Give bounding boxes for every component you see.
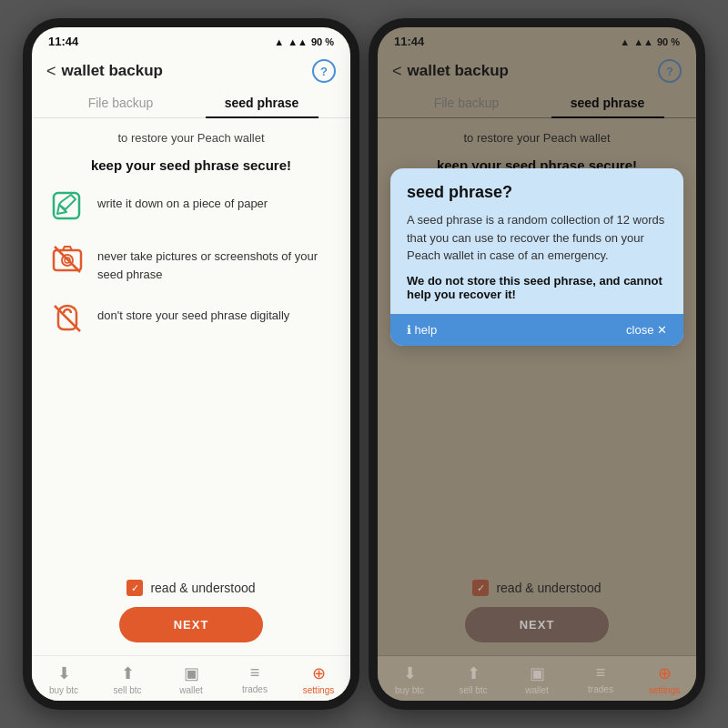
content-left: to restore your Peach wallet keep your s…	[32, 118, 350, 571]
phone-right: 11:44 ▲ ▲▲ 90 % < wallet backup ?	[369, 18, 705, 710]
back-button-left[interactable]: <	[46, 62, 56, 81]
tooltip-bold: We do not store this seed phrase, and ca…	[407, 274, 667, 301]
checkbox-left[interactable]: ✓	[126, 580, 143, 596]
tip-text-no-store: don't store your seed phrase digitally	[97, 301, 289, 325]
tooltip-box: seed phrase? A seed phrase is a random c…	[390, 168, 683, 346]
sell-btc-icon: ⬆	[121, 663, 135, 683]
tip-no-store: don't store your seed phrase digitally	[50, 301, 332, 336]
phone-left: 11:44 ▲ ▲▲ 90 % < wallet backup ? File b…	[23, 18, 359, 710]
tip-no-camera: never take pictures or screenshots of yo…	[50, 242, 332, 283]
checkbox-row-left[interactable]: ✓ read & understood	[126, 580, 255, 596]
wallet-icon: ▣	[184, 663, 199, 683]
checkbox-label-left: read & understood	[150, 581, 255, 595]
status-icons-left: ▲ ▲▲ 90 %	[274, 36, 334, 47]
nav-settings-left[interactable]: ⊕ settings	[298, 663, 339, 695]
screen-right: 11:44 ▲ ▲▲ 90 % < wallet backup ?	[378, 27, 696, 701]
tab-file-backup-left[interactable]: File backup	[50, 88, 191, 117]
next-button-left[interactable]: NEXT	[119, 607, 264, 642]
header-left: < wallet backup ?	[32, 52, 350, 88]
tooltip-title: seed phrase?	[407, 183, 667, 202]
tip-icon-write	[50, 189, 85, 224]
section-title-left: keep your seed phrase secure!	[50, 157, 332, 173]
nav-label-sell: sell btc	[113, 685, 141, 695]
time-left: 11:44	[48, 35, 78, 48]
nav-wallet-left[interactable]: ▣ wallet	[171, 663, 211, 695]
tips-list-left: write it down on a piece of paper	[50, 189, 332, 336]
wifi-icon: ▲	[274, 36, 284, 47]
nav-sell-btc-left[interactable]: ⬆ sell btc	[107, 663, 147, 695]
tooltip-overlay: seed phrase? A seed phrase is a random c…	[378, 27, 696, 701]
subtitle-left: to restore your Peach wallet	[50, 131, 332, 145]
tip-icon-no-camera	[50, 242, 85, 277]
tip-text-no-camera: never take pictures or screenshots of yo…	[97, 242, 332, 283]
tip-write: write it down on a piece of paper	[50, 189, 332, 224]
nav-label-settings: settings	[303, 685, 334, 695]
tip-icon-no-store	[50, 301, 85, 336]
buy-btc-icon: ⬇	[57, 663, 71, 683]
tabs-left: File backup seed phrase	[32, 88, 350, 118]
page-title-left: wallet backup	[62, 62, 163, 80]
nav-label-trades: trades	[242, 684, 268, 694]
screen-left: 11:44 ▲ ▲▲ 90 % < wallet backup ? File b…	[32, 27, 350, 701]
tooltip-help-button[interactable]: ℹ help	[407, 323, 437, 337]
bottom-section-left: ✓ read & understood NEXT	[32, 571, 350, 655]
trades-icon: ≡	[250, 663, 260, 682]
tip-text-write: write it down on a piece of paper	[97, 189, 268, 213]
nav-bar-left: ⬇ buy btc ⬆ sell btc ▣ wallet ≡ trades ⊕	[32, 655, 350, 701]
tab-seed-phrase-left[interactable]: seed phrase	[191, 88, 332, 117]
tooltip-footer: ℹ help close ✕	[390, 314, 683, 346]
help-button-left[interactable]: ?	[312, 59, 336, 83]
nav-trades-left[interactable]: ≡ trades	[235, 663, 275, 695]
nav-buy-btc-left[interactable]: ⬇ buy btc	[44, 663, 84, 695]
tooltip-close-button[interactable]: close ✕	[626, 323, 667, 337]
battery-icon: 90 %	[311, 36, 334, 47]
tooltip-body: A seed phrase is a random collection of …	[407, 211, 667, 265]
status-bar-left: 11:44 ▲ ▲▲ 90 %	[32, 27, 350, 52]
nav-label-wallet: wallet	[179, 685, 203, 695]
signal-icon: ▲▲	[288, 36, 308, 47]
nav-label-buy: buy btc	[49, 685, 78, 695]
settings-icon: ⊕	[312, 663, 326, 683]
